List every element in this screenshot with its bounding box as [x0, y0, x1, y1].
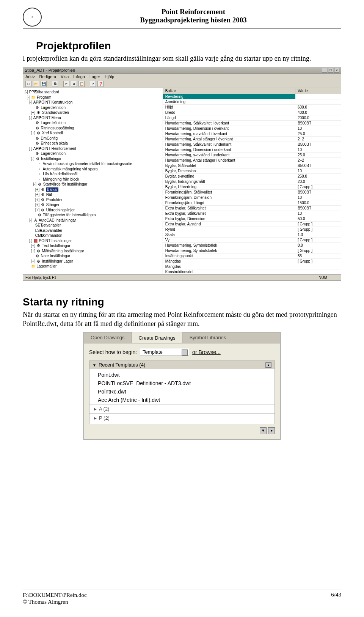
template-subgroup[interactable]: ▶P (2) — [89, 413, 275, 422]
property-row[interactable]: Vy[ Grupp ] — [163, 237, 341, 242]
save-icon[interactable]: 💾 — [41, 81, 47, 87]
property-row[interactable]: Byglar, Indragningsmått20.0 — [163, 179, 341, 184]
tree-node[interactable]: ⚙ Enhet och skala — [25, 141, 162, 146]
menu-infoga[interactable]: Infoga — [73, 74, 85, 79]
property-row[interactable]: Byglar, Utbredning[ Grupp ] — [163, 184, 341, 189]
property-row[interactable]: Byglar, s-avstånd250.0 — [163, 173, 341, 179]
property-row[interactable]: Huvudarmering, Stålkvalitet i underkantB… — [163, 142, 341, 147]
property-row[interactable]: Extra byglar, Stålkvalitet10 — [163, 211, 341, 216]
property-row[interactable]: Huvudarmering, s-avstånd i överkant25.0 — [163, 131, 341, 136]
new-icon[interactable]: □ — [25, 81, 31, 87]
property-row[interactable]: Huvudarmering, Dimension i överkant10 — [163, 126, 341, 131]
tree-node[interactable]: [+] ⚙ Standardvärden — [25, 110, 162, 115]
property-row[interactable]: Skala1.0 — [163, 232, 341, 237]
help-icon[interactable]: ? — [90, 81, 96, 87]
property-row[interactable]: Höjd600.0 — [163, 104, 341, 110]
property-row[interactable]: Huvudarmering, Dimension i underkant10 — [163, 147, 341, 152]
cut-icon[interactable]: ✂ — [63, 81, 69, 87]
tab-create-drawings[interactable]: Create Drawings — [132, 332, 183, 343]
property-row[interactable]: Anmärkning — [163, 99, 341, 104]
property-row[interactable]: Förankringsjärn, Längd1500.0 — [163, 200, 341, 205]
property-row[interactable]: Huvudarmering, Stålkvalitet i överkantB5… — [163, 120, 341, 126]
menu-visa[interactable]: Visa — [61, 74, 69, 79]
property-row[interactable]: Extra byglar, StålkvalitetB500BT — [163, 205, 341, 211]
tree-node[interactable]: [-] APP POINT Konstruktion — [25, 100, 162, 105]
close-button[interactable]: × — [334, 68, 339, 72]
property-row[interactable]: Konstruktionsdel — [163, 269, 341, 274]
menu-hjälp[interactable]: Hjälp — [105, 74, 114, 79]
tree-node[interactable]: CMD Kommandon — [25, 233, 162, 238]
open-icon[interactable]: 📂 — [33, 81, 39, 87]
property-row[interactable]: Byglar, Dimension10 — [163, 168, 341, 173]
tree-node[interactable]: SET Setvariabler — [25, 223, 162, 228]
property-row[interactable]: Huvudarmering, s-avstånd i underkant25.0 — [163, 152, 341, 157]
tree-node[interactable]: [+] ⚙ Stänger — [25, 202, 162, 208]
property-row[interactable]: Förankringsjärn, Dimension10 — [163, 195, 341, 200]
tree-node[interactable]: LSP Lispvariabler — [25, 228, 162, 233]
tree-node[interactable]: ▫ Använd bockningsdiameter istället för … — [25, 161, 162, 167]
scroll-down-icon[interactable]: ▼ — [260, 427, 267, 434]
tree-node[interactable]: ▫ Automatisk mängdning vid spara — [25, 167, 162, 172]
paste-icon[interactable]: 📋 — [78, 81, 85, 87]
tree-node[interactable]: [-] A AutoCAD Inställningar — [25, 218, 162, 223]
property-row[interactable]: Revidering — [163, 94, 341, 99]
property-row[interactable]: Extra byglar, Avstånd[ Grupp ] — [163, 221, 341, 227]
tree-node[interactable]: [-] APP POINT Reinforcement — [25, 146, 162, 151]
tree-node[interactable]: ▫ Mängdning från block — [25, 177, 162, 182]
tree-node[interactable]: [-] APP POINT Menu — [25, 115, 162, 121]
tree-node[interactable]: [+] ⚙ Balkar — [25, 187, 162, 192]
tab-symbol-libraries[interactable]: Symbol Libraries — [182, 332, 233, 343]
template-item[interactable]: PointRc.dwt — [89, 387, 275, 396]
tree-node[interactable]: [+] ⚙ Måttsättning Inställningar — [25, 249, 162, 254]
property-row[interactable]: Mängdas — [163, 264, 341, 269]
property-row[interactable]: Huvudarmering, Antal stänger i överkant2… — [163, 136, 341, 142]
tree-node[interactable]: [+] ⚙ Nät — [25, 192, 162, 197]
tree-node[interactable]: [+] ⚙ Utbredningslinjer — [25, 208, 162, 213]
tree-node[interactable]: [-] PPF Stiba standard — [25, 90, 162, 95]
menu-redigera[interactable]: Redigera — [39, 74, 56, 79]
tree-node[interactable]: [+] ⚙ Produkter — [25, 197, 162, 203]
property-row[interactable]: Mängdas[ Grupp ] — [163, 258, 341, 264]
property-row[interactable]: Insättningspunkt55 — [163, 253, 341, 258]
tab-open-drawings[interactable]: Open Drawings — [84, 332, 132, 343]
tree-node[interactable]: [-] 📁 Program — [25, 95, 162, 100]
tree-node[interactable]: [-] ⚙ Inställningar — [25, 156, 162, 162]
property-row[interactable]: Byglar, StålkvalitetB500BT — [163, 163, 341, 168]
whatsthis-icon[interactable]: ❓ — [97, 81, 104, 87]
template-item[interactable]: POINTLocSVE_Definitioner - ADT3.dwt — [89, 379, 275, 387]
tree-view[interactable]: [-] PPF Stiba standard [-] 📁 Program [-]… — [23, 88, 163, 274]
tree-node[interactable]: [+] ⚙ Xref Kontroll — [25, 131, 162, 136]
menu-lager[interactable]: Lager — [89, 74, 100, 79]
property-row[interactable]: Förankringsjärn, StålkvalitetB500BT — [163, 189, 341, 195]
tree-node[interactable]: ⚙ Ritningsuppsättning — [25, 126, 162, 131]
minimize-button[interactable]: _ — [322, 68, 327, 72]
begin-select[interactable]: Template — [140, 348, 189, 356]
template-item[interactable]: Point.dwt — [89, 371, 275, 379]
tree-node[interactable]: [-] 📕 POINT Inställningar — [25, 238, 162, 244]
tree-node[interactable]: [+] ⚙ Text Inställningar — [25, 243, 162, 249]
tree-node[interactable]: ▫ Läs från definitionsfil — [25, 172, 162, 177]
tree-node[interactable]: ⚙ Tilläggstexter för intervallklippta — [25, 212, 162, 218]
copy-icon[interactable]: ⧉ — [71, 81, 77, 87]
template-item[interactable]: Aec Arch (Metric - Intl).dwt — [89, 396, 275, 404]
window-titlebar[interactable]: Stiba_ADT - Projektprofilen _ □ × — [23, 67, 341, 74]
tree-node[interactable]: ⚙ Lagerdefinition — [25, 105, 162, 110]
property-row[interactable]: Huvudarmering, Symbolstorlek[ Grupp ] — [163, 248, 341, 253]
property-row[interactable]: Bredd400.0 — [163, 110, 341, 115]
expand-icon[interactable]: ▾ — [268, 427, 275, 434]
menu-arkiv[interactable]: Arkiv — [25, 74, 35, 79]
collapse-up-icon[interactable]: ▲ — [265, 362, 271, 368]
tree-node[interactable]: ⚙ Lagerdefinition — [25, 120, 162, 126]
tree-node[interactable]: [-] ⚙ Startvärde för inställningar — [25, 182, 162, 187]
property-row[interactable]: Huvudarmering, Antal stänger i underkant… — [163, 157, 341, 163]
property-row[interactable]: Längd2000.0 — [163, 115, 341, 120]
print-icon[interactable]: 🖶 — [52, 81, 58, 87]
recent-templates-header[interactable]: ▼Recent Templates (4) ▲ — [89, 360, 275, 369]
maximize-button[interactable]: □ — [328, 68, 333, 72]
property-row[interactable]: Rymd[ Grupp ] — [163, 227, 341, 232]
template-subgroup[interactable]: ▶A (2) — [89, 404, 275, 413]
browse-link[interactable]: or Browse... — [192, 349, 221, 355]
property-row[interactable]: Extra byglar, Dimension50.0 — [163, 216, 341, 221]
tree-node[interactable]: ⚙ DmConfig — [25, 136, 162, 141]
property-row[interactable]: Huvudarmering, Symbolstorlek0.0 — [163, 242, 341, 248]
